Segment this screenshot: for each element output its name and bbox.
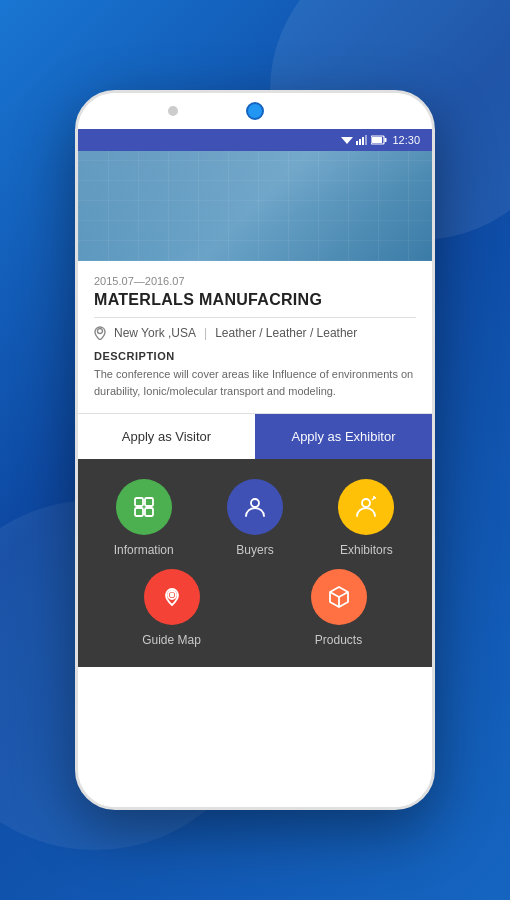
buyers-icon [242, 494, 268, 520]
tab-exhibitor-button[interactable]: Apply as Exhibitor [255, 414, 432, 459]
event-title: MATERLALS MANUFACRING [94, 291, 416, 309]
svg-point-14 [362, 499, 370, 507]
status-bar: 12:30 [78, 129, 432, 151]
bottom-grid-section: Information Buyers [78, 459, 432, 667]
status-icons [341, 135, 387, 145]
buyers-icon-circle [227, 479, 283, 535]
svg-point-19 [170, 594, 173, 597]
event-divider [94, 317, 416, 318]
event-header-image [78, 151, 432, 261]
event-category: Leather / Leather / Leather [215, 326, 357, 340]
exhibitors-icon-circle [338, 479, 394, 535]
svg-rect-10 [145, 498, 153, 506]
phone-bottom-bar [78, 803, 432, 810]
svg-rect-1 [356, 141, 358, 145]
svg-rect-6 [385, 138, 387, 142]
products-label: Products [315, 633, 362, 647]
svg-rect-4 [365, 135, 367, 145]
phone-frame: 12:30 2015.07—2016.07 MATERLALS MANUFACR… [75, 90, 435, 810]
grid-item-products[interactable]: Products [299, 569, 379, 647]
grid-row-2: Guide Map Products [88, 569, 422, 647]
exhibitors-icon [353, 494, 379, 520]
svg-rect-7 [372, 137, 382, 143]
guide-map-label: Guide Map [142, 633, 201, 647]
event-location: New York ,USA [114, 326, 196, 340]
signal-icon [356, 135, 368, 145]
exhibitors-label: Exhibitors [340, 543, 393, 557]
information-label: Information [114, 543, 174, 557]
grid-item-information[interactable]: Information [104, 479, 184, 557]
meta-separator: | [204, 326, 207, 340]
guide-map-icon-circle [144, 569, 200, 625]
event-description-label: DESCRIPTION [94, 350, 416, 362]
svg-rect-3 [362, 137, 364, 145]
buyers-label: Buyers [236, 543, 273, 557]
event-card: 2015.07—2016.07 MATERLALS MANUFACRING Ne… [78, 261, 432, 413]
svg-rect-11 [135, 508, 143, 516]
location-icon [94, 326, 106, 340]
svg-rect-12 [145, 508, 153, 516]
phone-screen: 12:30 2015.07—2016.07 MATERLALS MANUFACR… [78, 129, 432, 803]
battery-icon [371, 135, 387, 145]
phone-camera-left [168, 106, 178, 116]
wifi-icon [341, 135, 353, 145]
event-date: 2015.07—2016.07 [94, 275, 416, 287]
grid-item-guide-map[interactable]: Guide Map [132, 569, 212, 647]
grid-item-buyers[interactable]: Buyers [215, 479, 295, 557]
svg-point-13 [251, 499, 259, 507]
grid-item-exhibitors[interactable]: Exhibitors [326, 479, 406, 557]
svg-point-8 [98, 329, 103, 334]
map-icon [159, 584, 185, 610]
svg-marker-0 [341, 137, 353, 144]
event-meta: New York ,USA | Leather / Leather / Leat… [94, 326, 416, 340]
information-icon-circle [116, 479, 172, 535]
svg-rect-2 [359, 139, 361, 145]
products-icon-circle [311, 569, 367, 625]
building-glass [78, 151, 432, 261]
box-icon [326, 584, 352, 610]
phone-front-camera [246, 102, 264, 120]
event-description-text: The conference will cover areas like Inf… [94, 366, 416, 399]
phone-top-bar [78, 93, 432, 129]
svg-rect-9 [135, 498, 143, 506]
status-time: 12:30 [392, 134, 420, 146]
grid-icon [131, 494, 157, 520]
grid-row-1: Information Buyers [88, 479, 422, 557]
tab-visitor-button[interactable]: Apply as Visitor [78, 414, 255, 459]
tab-buttons: Apply as Visitor Apply as Exhibitor [78, 413, 432, 459]
